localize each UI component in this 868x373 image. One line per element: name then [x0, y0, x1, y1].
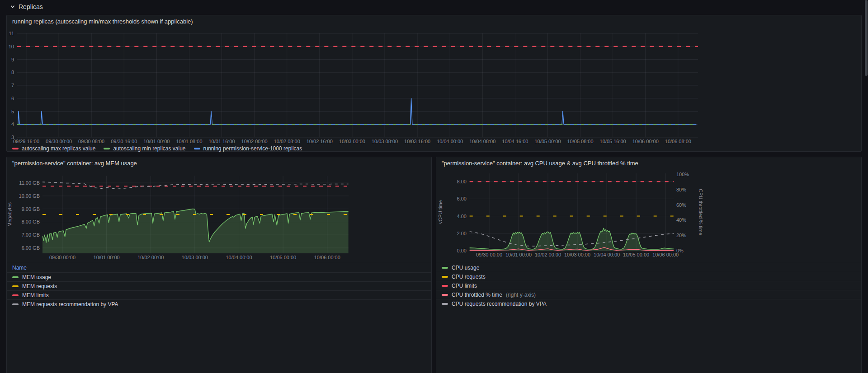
replicas-chart-canvas[interactable]: 09/29 16:0009/30 00:0009/30 08:0009/30 1… — [7, 28, 860, 146]
svg-text:3: 3 — [11, 135, 14, 140]
legend-item[interactable]: autoscaling max replicas value — [12, 145, 95, 152]
legend-item[interactable]: MEM requests — [7, 281, 431, 290]
legend-label: MEM requests recommendation by VPA — [22, 301, 118, 308]
svg-text:10/06 00:00: 10/06 00:00 — [632, 139, 659, 144]
svg-text:10/03 00:00: 10/03 00:00 — [564, 252, 590, 257]
legend-item[interactable]: MEM requests recommendation by VPA — [7, 299, 431, 308]
svg-text:10/04 00:00: 10/04 00:00 — [594, 252, 620, 257]
legend-item[interactable]: CPU usage — [436, 263, 861, 272]
svg-text:7.00 GB: 7.00 GB — [22, 232, 40, 238]
legend-swatch — [12, 276, 19, 278]
svg-text:Megabytes: Megabytes — [7, 202, 12, 227]
svg-text:10/01 00:00: 10/01 00:00 — [143, 139, 170, 144]
legend-label: MEM limits — [22, 292, 49, 298]
svg-text:80%: 80% — [676, 187, 686, 192]
replicas-legend: autoscaling max replicas valueautoscalin… — [12, 145, 302, 152]
legend-label: CPU usage — [452, 265, 479, 271]
svg-text:10/02 16:00: 10/02 16:00 — [307, 139, 333, 144]
svg-text:10/01 00:00: 10/01 00:00 — [94, 255, 120, 260]
svg-text:10/02 00:00: 10/02 00:00 — [137, 255, 164, 260]
svg-text:40%: 40% — [676, 217, 686, 223]
svg-text:11: 11 — [9, 31, 14, 36]
svg-text:10/05 08:00: 10/05 08:00 — [567, 139, 594, 144]
svg-text:10/05 16:00: 10/05 16:00 — [600, 139, 626, 144]
legend-label: autoscaling min replicas value — [113, 145, 185, 152]
svg-text:09/29 16:00: 09/29 16:00 — [13, 139, 39, 144]
svg-text:10/04 16:00: 10/04 16:00 — [502, 139, 528, 144]
legend-item[interactable]: MEM usage — [7, 272, 431, 281]
svg-text:10: 10 — [9, 44, 14, 49]
legend-swatch — [12, 285, 19, 287]
mem-chart-canvas[interactable]: 09/30 00:0010/01 00:0010/02 00:0010/03 0… — [7, 170, 431, 263]
svg-text:09/30 00:00: 09/30 00:00 — [46, 139, 72, 144]
svg-text:09/30 00:00: 09/30 00:00 — [49, 255, 75, 260]
section-title: Replicas — [19, 3, 43, 10]
svg-text:10/03 08:00: 10/03 08:00 — [372, 139, 398, 144]
scrollbar-thumb[interactable] — [865, 0, 868, 76]
svg-text:100%: 100% — [676, 172, 689, 177]
svg-text:10/01 00:00: 10/01 00:00 — [505, 252, 532, 257]
replicas-chart[interactable]: 09/29 16:0009/30 00:0009/30 08:0009/30 1… — [7, 28, 860, 146]
svg-text:10/02 00:00: 10/02 00:00 — [241, 139, 268, 144]
legend-item[interactable]: CPU limits — [436, 281, 861, 290]
legend-label: autoscaling max replicas value — [22, 145, 95, 152]
svg-text:09/30 08:00: 09/30 08:00 — [78, 139, 104, 144]
svg-text:10/04 00:00: 10/04 00:00 — [437, 139, 463, 144]
svg-text:10.00 GB: 10.00 GB — [19, 193, 40, 199]
svg-text:5: 5 — [11, 109, 14, 114]
legend-label: CPU throttled % time — [452, 292, 502, 298]
svg-text:11.00 GB: 11.00 GB — [19, 180, 40, 186]
chevron-down-icon — [10, 4, 15, 9]
svg-text:CPU throttled % time: CPU throttled % time — [698, 189, 703, 235]
panel-cpu-title[interactable]: "permission-service" container: avg CPU … — [436, 157, 861, 170]
svg-text:20%: 20% — [676, 233, 686, 238]
svg-text:8.00: 8.00 — [457, 179, 467, 184]
svg-text:10/04 08:00: 10/04 08:00 — [469, 139, 495, 144]
svg-text:10/06 00:00: 10/06 00:00 — [652, 252, 679, 257]
svg-text:4: 4 — [11, 121, 14, 127]
legend-item[interactable]: CPU requests — [436, 272, 861, 281]
svg-text:10/05 00:00: 10/05 00:00 — [623, 252, 649, 257]
svg-text:10/02 00:00: 10/02 00:00 — [535, 252, 561, 257]
legend-label: MEM requests — [22, 283, 57, 289]
legend-label-suffix: (right y-axis) — [506, 292, 536, 298]
svg-text:10/03 16:00: 10/03 16:00 — [404, 139, 430, 144]
svg-text:6.00 GB: 6.00 GB — [22, 245, 40, 251]
mem-chart[interactable]: 09/30 00:0010/01 00:0010/02 00:0010/03 0… — [7, 170, 431, 263]
svg-text:10/01 08:00: 10/01 08:00 — [176, 139, 202, 144]
legend-label: running permission-service-1000 replicas — [203, 145, 302, 152]
svg-text:10/06 08:00: 10/06 08:00 — [665, 139, 691, 144]
svg-text:10/02 08:00: 10/02 08:00 — [274, 139, 300, 144]
svg-text:6: 6 — [11, 96, 14, 101]
svg-text:10/06 00:00: 10/06 00:00 — [314, 255, 340, 260]
legend-swatch — [12, 294, 19, 296]
svg-text:60%: 60% — [676, 202, 686, 208]
legend-item[interactable]: running permission-service-1000 replicas — [194, 145, 302, 152]
legend-swatch — [12, 303, 19, 305]
panel-mem-title[interactable]: "permission-service" container: avg MEM … — [7, 157, 431, 170]
svg-text:09/30 00:00: 09/30 00:00 — [476, 252, 502, 257]
legend-item[interactable]: CPU throttled % time(right y-axis) — [436, 290, 861, 299]
legend-swatch — [12, 148, 19, 149]
legend-item[interactable]: CPU requests recommendation by VPA — [436, 299, 861, 308]
legend-swatch — [442, 303, 448, 305]
legend-item[interactable]: autoscaling min replicas value — [104, 145, 185, 152]
svg-text:10/01 16:00: 10/01 16:00 — [208, 139, 235, 144]
panel-replicas-title[interactable]: running replicas (autoscaling min/max th… — [7, 15, 861, 28]
section-replicas-toggle[interactable]: Replicas — [10, 3, 43, 10]
legend-item[interactable]: MEM limits — [7, 290, 431, 299]
svg-text:2.00: 2.00 — [457, 231, 467, 236]
cpu-chart-canvas[interactable]: 09/30 00:0010/01 00:0010/02 00:0010/03 0… — [436, 170, 861, 263]
svg-text:0%: 0% — [676, 248, 684, 253]
legend-name-header[interactable]: Name — [7, 263, 431, 272]
scrollbar-track[interactable] — [864, 0, 868, 373]
svg-text:8.00 GB: 8.00 GB — [22, 219, 40, 224]
cpu-chart[interactable]: 09/30 00:0010/01 00:0010/02 00:0010/03 0… — [436, 170, 861, 263]
svg-text:9.00 GB: 9.00 GB — [22, 206, 40, 212]
legend-swatch — [194, 148, 200, 149]
grafana-dashboard: Replicas running replicas (autoscaling m… — [0, 0, 868, 373]
legend-label: CPU requests — [452, 274, 486, 280]
svg-text:8: 8 — [11, 70, 14, 75]
svg-text:10/03 00:00: 10/03 00:00 — [339, 139, 365, 144]
legend-swatch — [104, 148, 110, 149]
